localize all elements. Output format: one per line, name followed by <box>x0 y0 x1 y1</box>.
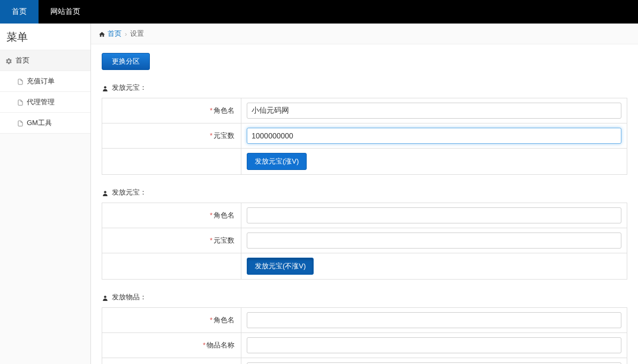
input-role-name-1[interactable] <box>247 103 621 119</box>
input-item-name[interactable] <box>247 337 621 353</box>
label-item-name: *物品名称 <box>102 333 241 358</box>
file-icon <box>17 98 24 106</box>
input-yuanbao-count-1[interactable] <box>247 128 621 144</box>
label-yuanbao-count: *元宝数 <box>102 123 241 149</box>
label-role-name: *角色名 <box>102 203 241 228</box>
section-title-issue-item: 发放物品： <box>102 292 627 302</box>
change-zone-button[interactable]: 更换分区 <box>102 53 150 70</box>
sidebar: 菜单 首页 充值订单 代理管理 GM工具 <box>0 24 91 364</box>
svg-point-0 <box>104 86 106 88</box>
tab-site-home[interactable]: 网站首页 <box>39 0 92 24</box>
svg-point-2 <box>104 296 106 298</box>
sidebar-group-label: 首页 <box>16 56 29 65</box>
sidebar-group-home[interactable]: 首页 <box>0 50 90 71</box>
sidebar-item-gm-tools[interactable]: GM工具 <box>0 113 90 134</box>
file-icon <box>17 78 24 86</box>
gear-icon <box>5 56 12 64</box>
form-issue-yuanbao-1: *角色名 *元宝数 发放元宝(涨V) <box>102 98 627 175</box>
label-yuanbao-count: *元宝数 <box>102 228 241 253</box>
submit-issue-yuanbao-v[interactable]: 发放元宝(涨V) <box>247 153 307 170</box>
tab-home[interactable]: 首页 <box>0 0 39 24</box>
sidebar-title: 菜单 <box>0 24 90 50</box>
label-role-name: *角色名 <box>102 98 241 123</box>
svg-point-1 <box>104 191 106 193</box>
form-issue-item: *角色名 *物品名称 *物品数量 发放物品 <box>102 307 627 364</box>
person-icon <box>102 83 109 91</box>
sidebar-item-agent[interactable]: 代理管理 <box>0 92 90 113</box>
label-role-name: *角色名 <box>102 308 241 333</box>
submit-issue-yuanbao-no-v[interactable]: 发放元宝(不涨V) <box>247 258 314 275</box>
breadcrumb-current: 设置 <box>130 29 144 38</box>
sidebar-item-label: GM工具 <box>27 118 52 128</box>
home-icon <box>98 29 105 37</box>
main-content: 首页 › 设置 更换分区 发放元宝： *角色名 *元宝数 <box>91 24 638 364</box>
section-title-text: 发放元宝： <box>112 188 147 197</box>
input-role-name-2[interactable] <box>247 207 621 223</box>
sidebar-item-recharge[interactable]: 充值订单 <box>0 71 90 92</box>
input-yuanbao-count-2[interactable] <box>247 233 621 249</box>
top-nav: 首页 网站首页 <box>0 0 638 24</box>
file-icon <box>17 119 24 127</box>
person-icon <box>102 293 109 301</box>
input-role-name-3[interactable] <box>247 312 621 328</box>
breadcrumb: 首页 › 设置 <box>91 24 638 44</box>
label-item-count: *物品数量 <box>102 358 241 365</box>
sidebar-item-label: 充值订单 <box>27 76 55 86</box>
section-title-issue-yuanbao-1: 发放元宝： <box>102 83 627 92</box>
breadcrumb-separator: › <box>125 30 127 38</box>
section-title-issue-yuanbao-2: 发放元宝： <box>102 188 627 197</box>
breadcrumb-home-link[interactable]: 首页 <box>108 29 121 38</box>
form-issue-yuanbao-2: *角色名 *元宝数 发放元宝(不涨V) <box>102 203 627 280</box>
section-title-text: 发放元宝： <box>112 83 147 92</box>
section-title-text: 发放物品： <box>112 292 147 302</box>
person-icon <box>102 188 109 196</box>
sidebar-item-label: 代理管理 <box>27 97 55 107</box>
